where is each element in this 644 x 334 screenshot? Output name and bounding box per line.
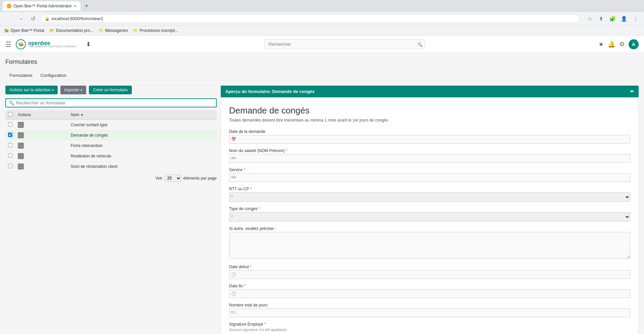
- row-checkbox-cell: [5, 120, 15, 130]
- per-page-select[interactable]: 102550100: [164, 175, 181, 182]
- search-submit-icon[interactable]: 🔍: [417, 42, 423, 47]
- forward-button[interactable]: →: [16, 14, 25, 23]
- date-input-7[interactable]: [229, 289, 630, 298]
- hamburger-menu[interactable]: ☰: [5, 40, 11, 48]
- text-input-2[interactable]: [229, 173, 630, 182]
- select-input-4[interactable]: [229, 212, 630, 222]
- import-button[interactable]: Importer ▾: [60, 86, 87, 94]
- row-actions-cell: -: [15, 141, 68, 151]
- field-label-4: Type de congés *: [229, 206, 630, 211]
- user-avatar[interactable]: A: [629, 39, 639, 49]
- bookmark-label: Messageries: [105, 28, 128, 33]
- form-title: Demande de congés: [229, 105, 630, 116]
- form-field-1: Nom du salarié (NOM Prénom) * abc: [229, 148, 630, 163]
- voir-label: Voir: [155, 176, 162, 181]
- svg-text:🐝: 🐝: [18, 42, 24, 47]
- elements-label: éléments par page: [183, 176, 217, 181]
- name-column-header: Nom ▼: [68, 110, 217, 120]
- textarea-input-5[interactable]: [229, 232, 630, 259]
- tab-formulaires[interactable]: Formulaires: [5, 71, 37, 80]
- select-all-checkbox[interactable]: [8, 112, 12, 116]
- right-panel: Aperçu du formulaire: Demande de congés …: [221, 86, 639, 334]
- logo-icon: 🐝: [15, 39, 26, 50]
- form-preview-body: Demande de congés Toutes demandes doiven…: [221, 97, 639, 334]
- page-content: Formulaires Formulaires Configuration Ac…: [0, 53, 644, 334]
- row-checkbox[interactable]: [8, 133, 12, 137]
- select-input-3[interactable]: [229, 192, 630, 202]
- bookmark-label: Documentation pro...: [56, 28, 93, 33]
- date-input-0[interactable]: [229, 135, 630, 144]
- bookmark-procedures[interactable]: 📁 Procédures inscripti...: [133, 28, 178, 33]
- field-label-7: Date fin *: [229, 284, 630, 288]
- actions-selection-button[interactable]: Actions sur la sélection ▾: [5, 86, 58, 94]
- refresh-button[interactable]: ↺: [28, 14, 38, 23]
- row-checkbox[interactable]: [8, 164, 12, 168]
- form-field-5: Si autre, veuillez préciser :: [229, 226, 630, 260]
- row-name-cell[interactable]: Fiche intervention: [68, 141, 217, 151]
- gear-icon[interactable]: ⚙: [619, 41, 625, 48]
- form-preview-edit-button[interactable]: ✏: [630, 89, 634, 94]
- field-label-5: Si autre, veuillez préciser :: [229, 226, 630, 231]
- bookmark-documentation[interactable]: 📂 Documentation pro...: [50, 28, 93, 33]
- address-bar[interactable]: 🔒 localhost:8000/form/view/1: [40, 14, 580, 23]
- text-input-8[interactable]: [229, 308, 630, 317]
- bookmark-folder-icon-3: 📁: [133, 28, 138, 33]
- star-icon[interactable]: ★: [598, 41, 604, 48]
- table-row: - Fiche intervention: [5, 141, 217, 151]
- browser-profile-icon[interactable]: 👤: [619, 14, 629, 23]
- form-fields-container: Date de la demande 📅 Nom du salarié (NOM…: [229, 129, 630, 334]
- row-checkbox[interactable]: [8, 122, 12, 127]
- back-button[interactable]: ←: [4, 14, 13, 23]
- row-name-cell[interactable]: Suivi de réclamation client: [68, 161, 217, 172]
- text-input-1[interactable]: [229, 154, 630, 163]
- form-preview-title-label: Aperçu du formulaire: Demande de congés: [225, 89, 315, 94]
- bookmark-messageries[interactable]: 📁 Messageries: [99, 28, 128, 33]
- browser-share-icon[interactable]: ⬆: [596, 14, 606, 23]
- actions-label: Actions sur la sélection: [9, 88, 51, 92]
- new-tab-button[interactable]: +: [82, 1, 91, 11]
- row-action-button[interactable]: -: [18, 143, 24, 149]
- browser-star-icon[interactable]: ☆: [585, 14, 594, 23]
- field-wrapper: abc: [229, 173, 630, 182]
- row-action-button[interactable]: -: [18, 153, 24, 159]
- row-checkbox[interactable]: [8, 143, 12, 147]
- active-browser-tab[interactable]: Open Bee™ Portal Administrator ×: [3, 1, 80, 11]
- bookmark-folder-icon-2: 📁: [99, 28, 104, 33]
- row-action-button[interactable]: -: [18, 132, 24, 138]
- browser-controls: ← → ↺ 🔒 localhost:8000/form/view/1 ☆ ⬆ 🧩…: [0, 12, 644, 26]
- row-action-button[interactable]: -: [18, 163, 24, 170]
- date-input-6[interactable]: [229, 270, 630, 279]
- row-action-button[interactable]: -: [18, 122, 24, 128]
- browser-extensions-icon[interactable]: 🧩: [608, 14, 617, 23]
- download-button[interactable]: ⬇: [86, 41, 91, 48]
- pagination-row: Voir 102550100 éléments par page: [5, 175, 217, 182]
- bookmark-label: Procédures inscripti...: [140, 28, 178, 33]
- row-actions-cell: -: [15, 130, 68, 141]
- import-arrow: ▾: [80, 88, 82, 92]
- table-row: - Demande de congés: [5, 130, 217, 141]
- field-label-3: RTT ou CP *: [229, 187, 630, 191]
- row-name-cell[interactable]: Courrier sortant type: [68, 120, 217, 130]
- tab-configuration[interactable]: Configuration: [37, 71, 70, 80]
- page-title: Formulaires: [5, 58, 639, 65]
- form-field-7: Date fin * 🕐: [229, 284, 630, 298]
- form-field-9: Signature Employé * Aucune signature n'a…: [229, 322, 630, 332]
- row-checkbox[interactable]: [8, 153, 12, 158]
- search-input[interactable]: [264, 39, 425, 49]
- bell-icon[interactable]: 🔔: [608, 41, 615, 48]
- create-form-button[interactable]: Créer un formulaire: [89, 86, 131, 94]
- field-label-2: Service *: [229, 168, 630, 172]
- select-all-header: [5, 110, 15, 120]
- field-date-icon: 🕐: [231, 291, 236, 296]
- logo-subtitle: THE SMARTER DIGITIZING COMPANY: [28, 45, 76, 48]
- row-name-cell[interactable]: Demande de congés: [68, 130, 217, 141]
- bookmark-openbee[interactable]: 🐝 Open Bee™ Portal: [4, 28, 44, 33]
- browser-menu-icon[interactable]: ⋮: [631, 14, 640, 23]
- bookmark-label: Open Bee™ Portal: [10, 28, 44, 33]
- tab-close-button[interactable]: ×: [74, 3, 76, 9]
- row-name-cell[interactable]: Restitution de véhicule: [68, 151, 217, 161]
- search-form-input[interactable]: [16, 100, 213, 105]
- field-wrapper: 0.1: [229, 308, 630, 317]
- import-label: Importer: [64, 88, 79, 92]
- field-wrapper: abc: [229, 154, 630, 163]
